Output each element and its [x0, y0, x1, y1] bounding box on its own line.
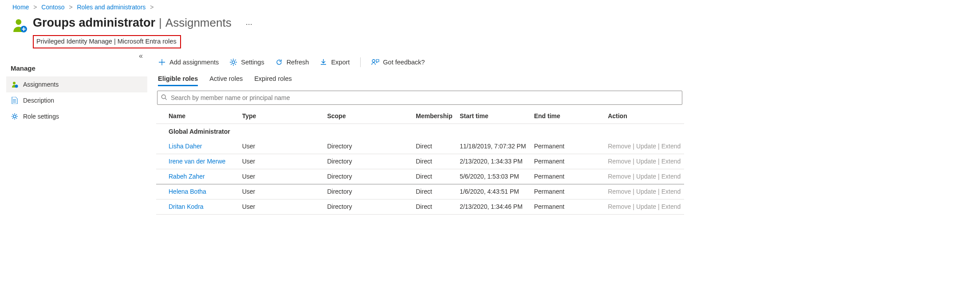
sidebar-item-description[interactable]: Description [6, 92, 147, 108]
toolbar-label: Got feedback? [383, 59, 425, 66]
cell-end: Permanent [531, 154, 606, 169]
breadcrumb: Home > Contoso > Roles and administrator… [12, 4, 980, 16]
cell-actions: Remove|Update|Extend [605, 199, 684, 214]
toolbar-label: Export [331, 59, 350, 66]
breadcrumb-contoso[interactable]: Contoso [41, 4, 64, 11]
cell-type: User [240, 184, 325, 199]
cell-scope: Directory [324, 139, 413, 154]
action-extend[interactable]: Extend [661, 173, 681, 180]
table-row[interactable]: Dritan KodraUserDirectoryDirect2/13/2020… [156, 199, 684, 214]
col-header-start[interactable]: Start time [457, 108, 531, 124]
cell-membership: Direct [413, 139, 457, 154]
cell-start: 2/13/2020, 1:34:46 PM [457, 199, 531, 214]
cell-start: 11/18/2019, 7:07:32 PM [457, 139, 531, 154]
search-input[interactable] [167, 94, 678, 101]
action-extend[interactable]: Extend [661, 158, 681, 165]
col-header-scope[interactable]: Scope [324, 108, 413, 124]
table-row[interactable]: Irene van der MerweUserDirectoryDirect2/… [156, 154, 684, 169]
refresh-button[interactable]: Refresh [275, 59, 309, 66]
cell-end: Permanent [531, 199, 606, 214]
table-row[interactable]: Lisha DaherUserDirectoryDirect11/18/2019… [156, 139, 684, 154]
svg-point-5 [232, 61, 235, 64]
cell-type: User [240, 199, 325, 214]
tab-expired-roles[interactable]: Expired roles [254, 72, 292, 86]
cell-start: 2/13/2020, 1:34:33 PM [457, 154, 531, 169]
cell-membership: Direct [413, 199, 457, 214]
document-icon [11, 97, 19, 104]
cell-actions: Remove|Update|Extend [605, 154, 684, 169]
search-icon [161, 94, 167, 102]
breadcrumb-sep: > [147, 4, 156, 11]
subtitle-context: Privileged Identity Manage | Microsoft E… [33, 35, 181, 48]
action-remove[interactable]: Remove [608, 173, 631, 180]
action-update[interactable]: Update [636, 203, 656, 210]
col-header-name[interactable]: Name [156, 108, 240, 124]
cell-end: Permanent [531, 139, 606, 154]
person-icon [11, 81, 19, 88]
member-name-link[interactable]: Irene van der Merwe [169, 158, 225, 165]
tab-eligible-roles[interactable]: Eligible roles [158, 72, 198, 86]
breadcrumb-sep: > [66, 4, 75, 11]
breadcrumb-home[interactable]: Home [12, 4, 29, 11]
settings-button[interactable]: Settings [229, 59, 264, 66]
cell-membership: Direct [413, 154, 457, 169]
group-row[interactable]: Global Administrator [156, 124, 684, 139]
action-update[interactable]: Update [636, 173, 656, 180]
feedback-icon [371, 59, 379, 66]
action-extend[interactable]: Extend [661, 143, 681, 150]
sidebar-item-role-settings[interactable]: Role settings [6, 108, 147, 124]
breadcrumb-sep: > [31, 4, 39, 11]
page-title-section: Assignments [165, 16, 232, 30]
col-header-type[interactable]: Type [240, 108, 325, 124]
col-header-membership[interactable]: Membership [413, 108, 457, 124]
cell-membership: Direct [413, 184, 457, 199]
tab-active-roles[interactable]: Active roles [209, 72, 243, 86]
cell-actions: Remove|Update|Extend [605, 184, 684, 199]
more-actions-icon[interactable]: ··· [235, 20, 252, 29]
table-row[interactable]: Rabeh ZaherUserDirectoryDirect5/6/2020, … [156, 169, 684, 184]
role-icon [12, 16, 28, 34]
cell-actions: Remove|Update|Extend [605, 169, 684, 184]
cell-start: 5/6/2020, 1:53:03 PM [457, 169, 531, 184]
page-title: Groups administrator [33, 16, 155, 30]
collapse-sidebar-icon[interactable]: « [139, 52, 143, 60]
action-update[interactable]: Update [636, 143, 656, 150]
member-name-link[interactable]: Rabeh Zaher [169, 173, 205, 180]
svg-point-0 [16, 19, 21, 25]
svg-point-4 [13, 115, 16, 118]
table-row[interactable]: Helena BothaUserDirectoryDirect1/6/2020,… [156, 184, 684, 199]
refresh-icon [275, 59, 283, 66]
sidebar-item-assignments[interactable]: Assignments [6, 76, 147, 92]
action-update[interactable]: Update [636, 158, 656, 165]
gear-icon [229, 59, 237, 66]
sidebar-item-label: Assignments [23, 81, 59, 88]
cell-type: User [240, 169, 325, 184]
cell-type: User [240, 154, 325, 169]
action-remove[interactable]: Remove [608, 143, 631, 150]
group-label: Global Administrator [156, 124, 684, 139]
page-title-sep: | [159, 16, 162, 30]
toolbar-label: Settings [241, 59, 264, 66]
action-remove[interactable]: Remove [608, 188, 631, 195]
action-extend[interactable]: Extend [661, 188, 681, 195]
export-button[interactable]: Export [319, 59, 350, 66]
col-header-action[interactable]: Action [605, 108, 684, 124]
member-name-link[interactable]: Helena Botha [169, 188, 206, 195]
add-assignments-button[interactable]: Add assignments [158, 59, 219, 66]
action-remove[interactable]: Remove [608, 203, 631, 210]
member-name-link[interactable]: Lisha Daher [169, 143, 202, 150]
member-name-link[interactable]: Dritan Kodra [169, 203, 204, 210]
action-remove[interactable]: Remove [608, 158, 631, 165]
sidebar-item-label: Description [23, 97, 54, 104]
col-header-end[interactable]: End time [531, 108, 606, 124]
cell-start: 1/6/2020, 4:43:51 PM [457, 184, 531, 199]
breadcrumb-roles[interactable]: Roles and administrators [77, 4, 146, 11]
svg-point-7 [161, 95, 165, 99]
cell-type: User [240, 139, 325, 154]
action-update[interactable]: Update [636, 188, 656, 195]
download-icon [319, 59, 327, 66]
search-box[interactable] [157, 91, 682, 105]
action-extend[interactable]: Extend [661, 203, 681, 210]
feedback-button[interactable]: Got feedback? [371, 59, 425, 66]
cell-end: Permanent [531, 184, 606, 199]
